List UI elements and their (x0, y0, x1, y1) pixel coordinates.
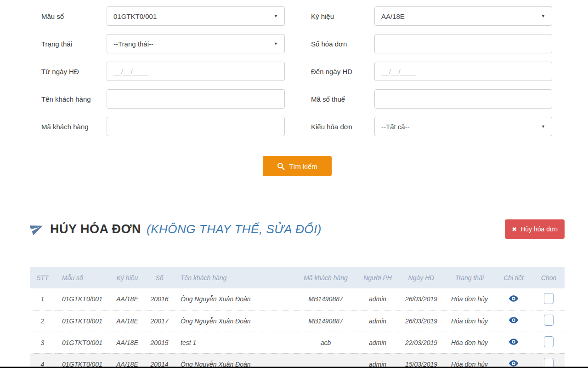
eye-icon (509, 295, 518, 302)
page-subtitle: (KHÔNG THAY THẾ, SỬA ĐỔI) (147, 222, 322, 236)
chevron-down-icon: ▼ (274, 14, 278, 18)
ma-so-thue-input[interactable] (374, 89, 552, 109)
mau-so-label: Mẫu số (41, 12, 107, 20)
cell-mau-so: 01GTKT0/001 (55, 310, 109, 332)
row-select-checkbox[interactable] (544, 358, 554, 367)
ten-khach-hang-input[interactable] (107, 89, 285, 109)
kieu-hoa-don-label: Kiểu hóa đơn (311, 123, 374, 131)
cell-trang-thai: Hóa đơn hủy (445, 353, 494, 367)
cell-trang-thai: Hóa đơn hủy (445, 332, 494, 353)
page-title: HỦY HÓA ĐƠN (50, 222, 141, 236)
view-detail-button[interactable] (508, 316, 519, 326)
form-row-den-ngay: Đến ngày HD (311, 62, 552, 81)
cancel-invoice-button-label: Hủy hóa đơn (520, 225, 558, 233)
column-header-trang-thai: Trạng thái (445, 267, 494, 288)
form-row-kieu-hoa-don: Kiểu hóa đơn --Tất cả-- ▼ (311, 117, 552, 136)
row-select-checkbox[interactable] (544, 315, 554, 326)
cell-trang-thai: Hóa đơn hủy (445, 310, 494, 332)
column-header-ky-hieu: Ký hiệu (109, 267, 145, 288)
search-button-label: Tìm kiếm (289, 162, 317, 170)
chevron-down-icon: ▼ (541, 14, 545, 18)
ma-so-thue-label: Mã số thuế (311, 95, 374, 103)
mau-so-select[interactable]: 01GTKT0/001 ▼ (107, 6, 285, 26)
ma-khach-hang-input[interactable] (107, 117, 285, 136)
cell-nguoi-ph: admin (357, 332, 398, 353)
ky-hieu-select[interactable]: AA/18E ▼ (374, 6, 552, 26)
trang-thai-label: Trạng thái (41, 40, 107, 48)
cell-stt: 2 (30, 310, 55, 332)
cell-nguoi-ph: admin (357, 353, 398, 367)
cell-ngay-hd: 15/03/2019 (398, 353, 445, 367)
column-header-ten-khach-hang: Tên khách hàng (174, 267, 294, 288)
eye-icon (509, 360, 518, 367)
cell-stt: 4 (30, 353, 55, 367)
table-row: 3 01GTKT0/001 AA/18E 20015 test 1 acb ad… (30, 332, 565, 353)
cell-ten-khach-hang: test 1 (174, 332, 294, 353)
cell-ten-khach-hang: Ông Nguyễn Xuân Đoàn (174, 288, 294, 310)
trang-thai-select[interactable]: --Trạng thái-- ▼ (107, 34, 285, 53)
table-header: STT Mẫu số Ký hiệu Số Tên khách hàng Mã … (30, 267, 565, 288)
table-row: 1 01GTKT0/001 AA/18E 20016 Ông Nguyễn Xu… (30, 288, 565, 310)
cancel-invoice-button[interactable]: ✖ Hủy hóa đơn (505, 219, 565, 239)
column-header-ma-khach-hang: Mã khách hàng (294, 267, 357, 288)
form-column-right: Ký hiệu AA/18E ▼ Số hóa đơn Đến ngày HD … (311, 6, 552, 144)
cell-mau-so: 01GTKT0/001 (55, 332, 109, 353)
cell-ma-khach-hang: acb (294, 332, 357, 353)
cell-so: 20014 (145, 353, 174, 367)
cell-mau-so: 01GTKT0/001 (55, 288, 109, 310)
table-row: 2 01GTKT0/001 AA/18E 20017 Ông Nguyễn Xu… (30, 310, 565, 332)
cell-ky-hieu: AA/18E (109, 353, 145, 367)
tu-ngay-input[interactable] (107, 62, 285, 81)
cell-ky-hieu: AA/18E (109, 332, 145, 353)
form-column-left: Mẫu số 01GTKT0/001 ▼ Trạng thái --Trạng … (41, 6, 285, 144)
row-select-checkbox[interactable] (544, 336, 554, 347)
cell-ma-khach-hang: MB1490887 (294, 310, 357, 332)
form-row-ma-khach-hang: Mã khách hàng (41, 117, 285, 136)
table-row: 4 01GTKT0/001 AA/18E 20014 Ông Nguyễn Xu… (30, 353, 565, 367)
invoice-table-body: 1 01GTKT0/001 AA/18E 20016 Ông Nguyễn Xu… (30, 288, 565, 367)
search-icon (277, 162, 285, 170)
cell-stt: 1 (30, 288, 55, 310)
form-row-trang-thai: Trạng thái --Trạng thái-- ▼ (41, 34, 285, 53)
cell-ky-hieu: AA/18E (109, 310, 145, 332)
trang-thai-selected-value: --Trạng thái-- (113, 40, 153, 48)
so-hoa-don-input[interactable] (374, 34, 552, 53)
kieu-hoa-don-selected-value: --Tất cả-- (381, 123, 410, 131)
kieu-hoa-don-select[interactable]: --Tất cả-- ▼ (374, 117, 552, 136)
section-header: HỦY HÓA ĐƠN (KHÔNG THAY THẾ, SỬA ĐỔI) ✖ … (30, 218, 565, 240)
cell-ma-khach-hang: MB1490887 (294, 288, 357, 310)
ky-hieu-selected-value: AA/18E (381, 12, 405, 20)
cell-ngay-hd: 22/03/2019 (398, 332, 445, 353)
view-detail-button[interactable] (508, 294, 519, 304)
cell-nguoi-ph: admin (357, 288, 398, 310)
cell-ten-khach-hang: Ông Nguyễn Xuân Đoàn (174, 310, 294, 332)
column-header-so: Số (145, 267, 174, 288)
mau-so-selected-value: 01GTKT0/001 (113, 12, 157, 20)
so-hoa-don-label: Số hóa đơn (311, 40, 374, 48)
chevron-down-icon: ▼ (274, 42, 278, 46)
row-select-checkbox[interactable] (544, 293, 554, 304)
cell-ma-khach-hang (294, 353, 357, 367)
form-row-tu-ngay: Từ ngày HĐ (41, 62, 285, 81)
cell-stt: 3 (30, 332, 55, 353)
cell-nguoi-ph: admin (357, 310, 398, 332)
search-button[interactable]: Tìm kiếm (263, 156, 332, 176)
ten-khach-hang-label: Tên khách hàng (41, 95, 107, 103)
cell-so: 20017 (145, 310, 174, 332)
form-row-ten-khach-hang: Tên khách hàng (41, 89, 285, 109)
view-detail-button[interactable] (508, 338, 519, 347)
chevron-down-icon: ▼ (541, 125, 545, 129)
eye-icon (509, 339, 518, 345)
column-header-chi-tiet: Chi tiết (494, 267, 533, 288)
cell-ten-khach-hang: Ông Nguyễn Xuân Đoàn (174, 353, 294, 367)
ky-hieu-label: Ký hiệu (311, 12, 374, 20)
cell-so: 20015 (145, 332, 174, 353)
tu-ngay-label: Từ ngày HĐ (41, 68, 107, 75)
den-ngay-input[interactable] (374, 62, 552, 81)
form-row-mau-so: Mẫu số 01GTKT0/001 ▼ (41, 6, 285, 26)
cell-ngay-hd: 26/03/2019 (398, 288, 445, 310)
form-row-so-hoa-don: Số hóa đơn (311, 34, 552, 53)
view-detail-button[interactable] (508, 359, 519, 367)
column-header-chon: Chọn (533, 267, 565, 288)
cell-so: 20016 (145, 288, 174, 310)
